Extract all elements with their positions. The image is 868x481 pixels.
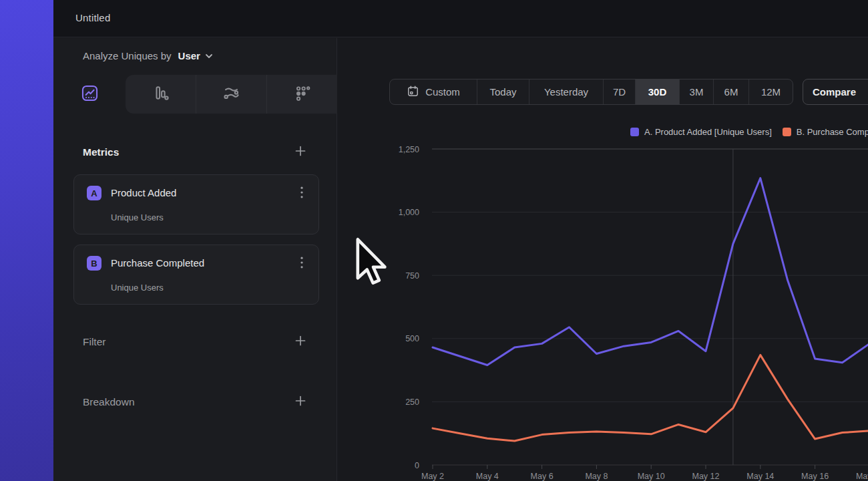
- svg-text:May 14: May 14: [746, 472, 774, 481]
- tab-grid-chart[interactable]: [266, 75, 337, 114]
- add-breakdown-button[interactable]: [294, 395, 307, 409]
- chart-type-tab-group: [126, 75, 337, 114]
- metric-badge-b: B: [87, 256, 101, 271]
- svg-text:May 4: May 4: [476, 472, 499, 481]
- metric-subtitle: Unique Users: [111, 212, 164, 222]
- top-bar: Untitled: [53, 0, 868, 37]
- line-chart: 02505007501,0001,250May 2May 4May 6May 8…: [337, 120, 868, 481]
- filter-header: Filter: [83, 336, 105, 348]
- range-custom-button[interactable]: Custom: [390, 79, 477, 104]
- chevron-down-icon[interactable]: [205, 53, 213, 59]
- svg-text:1,250: 1,250: [399, 145, 419, 154]
- svg-text:250: 250: [405, 397, 419, 407]
- chart-type-tabs: [53, 75, 337, 114]
- svg-text:May 10: May 10: [638, 472, 665, 481]
- metric-menu-button[interactable]: [296, 187, 308, 200]
- metric-card-a[interactable]: A Product Added Unique Users: [73, 174, 319, 234]
- bar-chart-icon: [152, 84, 170, 104]
- metric-title: Purchase Completed: [111, 257, 204, 269]
- svg-text:May 18: May 18: [856, 472, 868, 481]
- tab-line-chart[interactable]: [53, 75, 126, 114]
- metric-menu-button[interactable]: [296, 257, 308, 271]
- range-7d-button[interactable]: 7D: [603, 79, 635, 104]
- metric-title: Product Added: [111, 187, 176, 198]
- analyze-by-row: Analyze Uniques by User: [83, 50, 213, 61]
- flow-chart-icon: [222, 84, 240, 105]
- metrics-header: Metrics: [83, 146, 119, 158]
- range-12m-button[interactable]: 12M: [748, 79, 793, 104]
- tab-flow-chart[interactable]: [196, 75, 266, 114]
- svg-text:750: 750: [405, 271, 419, 281]
- grid-chart-icon: [294, 84, 311, 104]
- metric-card-b[interactable]: B Purchase Completed Unique Users: [73, 245, 319, 305]
- app-window: Untitled Analyze Uniques by User: [0, 0, 868, 481]
- range-30d-button[interactable]: 30D: [635, 79, 679, 104]
- page-title: Untitled: [75, 12, 110, 23]
- plus-icon: [294, 395, 306, 410]
- sidebar: Analyze Uniques by User: [53, 38, 337, 481]
- range-6m-button[interactable]: 6M: [713, 79, 748, 104]
- plus-icon: [294, 335, 306, 349]
- svg-text:May 16: May 16: [801, 472, 829, 481]
- svg-text:May 6: May 6: [531, 472, 554, 481]
- tab-bar-chart[interactable]: [126, 75, 196, 114]
- range-3m-button[interactable]: 3M: [679, 79, 713, 104]
- range-yesterday-button[interactable]: Yesterday: [529, 79, 603, 104]
- add-metric-button[interactable]: [294, 146, 307, 159]
- metric-subtitle: Unique Users: [111, 283, 164, 293]
- kebab-menu-icon: [300, 186, 303, 201]
- svg-text:May 12: May 12: [692, 472, 720, 481]
- svg-text:500: 500: [405, 334, 419, 343]
- kebab-menu-icon: [300, 257, 303, 271]
- calendar-icon: [407, 85, 419, 100]
- line-chart-icon: [81, 84, 99, 105]
- plus-icon: [294, 145, 306, 160]
- compare-button[interactable]: Compare: [803, 79, 868, 105]
- svg-text:May 8: May 8: [585, 472, 608, 481]
- analyze-by-label: Analyze Uniques by: [83, 50, 172, 61]
- range-today-button[interactable]: Today: [477, 79, 529, 104]
- svg-text:May 2: May 2: [421, 472, 444, 481]
- analyze-by-dropdown[interactable]: User: [178, 50, 200, 61]
- left-gradient-strip: [0, 0, 53, 481]
- svg-text:0: 0: [415, 461, 419, 470]
- date-range-control: Custom Today Yesterday 7D 30D 3M 6M 12M: [389, 79, 793, 105]
- add-filter-button[interactable]: [294, 335, 307, 349]
- svg-text:1,000: 1,000: [399, 208, 419, 217]
- breakdown-header: Breakdown: [83, 396, 135, 408]
- metric-badge-a: A: [87, 186, 101, 200]
